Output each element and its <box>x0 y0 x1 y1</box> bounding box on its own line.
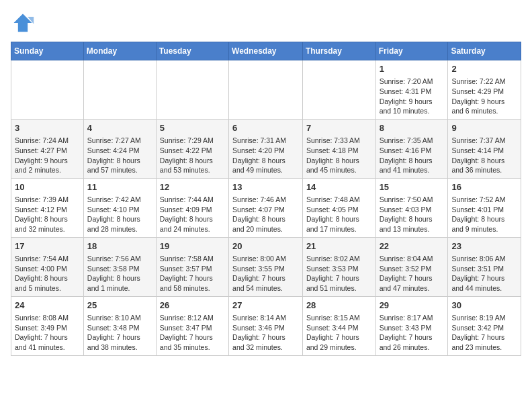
calendar-cell: 19Sunrise: 7:58 AMSunset: 3:57 PMDayligh… <box>156 237 228 296</box>
day-number: 27 <box>232 300 299 312</box>
cell-content-line: Daylight: 7 hours and 32 minutes. <box>232 332 299 352</box>
cell-content-line: Sunset: 3:53 PM <box>306 264 372 274</box>
cell-content-line: Sunset: 4:22 PM <box>160 146 225 156</box>
calendar-week-row: 17Sunrise: 7:54 AMSunset: 4:00 PMDayligh… <box>11 237 521 296</box>
cell-content-line: Sunrise: 7:46 AM <box>232 195 299 205</box>
cell-content-line: Sunrise: 7:27 AM <box>87 136 152 146</box>
cell-content-line: Sunset: 4:12 PM <box>15 205 80 215</box>
day-number: 24 <box>15 300 80 312</box>
day-number: 14 <box>306 181 372 193</box>
cell-content-line: Daylight: 8 hours and 41 minutes. <box>380 156 445 175</box>
day-header-thursday: Thursday <box>302 42 375 60</box>
cell-content-line: Sunrise: 7:35 AM <box>380 136 445 146</box>
calendar-cell: 4Sunrise: 7:27 AMSunset: 4:24 PMDaylight… <box>83 119 156 178</box>
calendar-week-row: 24Sunrise: 8:08 AMSunset: 3:49 PMDayligh… <box>11 296 521 355</box>
day-header-wednesday: Wednesday <box>229 42 303 60</box>
cell-content-line: Daylight: 7 hours and 58 minutes. <box>160 273 225 293</box>
cell-content-line: Daylight: 7 hours and 44 minutes. <box>451 273 517 293</box>
cell-content-line: Sunset: 4:31 PM <box>380 87 445 97</box>
calendar-cell: 18Sunrise: 7:56 AMSunset: 3:58 PMDayligh… <box>83 237 156 296</box>
cell-content-line: Sunrise: 8:19 AM <box>451 313 517 323</box>
cell-content-line: Sunrise: 7:42 AM <box>87 195 152 205</box>
day-number: 3 <box>15 122 80 134</box>
cell-content-line: Sunset: 4:29 PM <box>451 87 517 97</box>
cell-content-line: Daylight: 7 hours and 38 minutes. <box>87 332 152 352</box>
calendar-cell: 14Sunrise: 7:48 AMSunset: 4:05 PMDayligh… <box>302 178 375 237</box>
calendar-cell: 8Sunrise: 7:35 AMSunset: 4:16 PMDaylight… <box>375 119 448 178</box>
cell-content-line: Sunset: 4:24 PM <box>87 146 152 156</box>
cell-content-line: Daylight: 8 hours and 49 minutes. <box>232 156 299 175</box>
cell-content-line: Daylight: 8 hours and 9 minutes. <box>451 214 517 234</box>
cell-content-line: Sunset: 3:57 PM <box>160 264 225 274</box>
calendar-header-row: SundayMondayTuesdayWednesdayThursdayFrid… <box>11 42 521 60</box>
cell-content-line: Sunset: 3:47 PM <box>160 323 225 333</box>
cell-content-line: Daylight: 9 hours and 10 minutes. <box>380 97 445 116</box>
cell-content-line: Sunrise: 8:00 AM <box>232 254 299 264</box>
cell-content-line: Sunset: 4:07 PM <box>232 205 299 215</box>
calendar-cell: 9Sunrise: 7:37 AMSunset: 4:14 PMDaylight… <box>448 119 521 178</box>
cell-content-line: Sunrise: 8:02 AM <box>306 254 372 264</box>
day-number: 21 <box>306 240 372 253</box>
cell-content-line: Sunset: 4:14 PM <box>451 146 517 156</box>
calendar-week-row: 10Sunrise: 7:39 AMSunset: 4:12 PMDayligh… <box>11 178 521 237</box>
day-number: 30 <box>451 300 517 312</box>
day-header-tuesday: Tuesday <box>156 42 228 60</box>
cell-content-line: Sunset: 3:51 PM <box>451 264 517 274</box>
cell-content-line: Sunrise: 8:15 AM <box>306 313 372 323</box>
day-number: 28 <box>306 300 372 312</box>
calendar-cell: 27Sunrise: 8:14 AMSunset: 3:46 PMDayligh… <box>229 296 303 355</box>
day-number: 15 <box>380 181 445 193</box>
day-number: 12 <box>160 181 225 193</box>
cell-content-line: Sunset: 3:49 PM <box>15 323 80 333</box>
day-number: 29 <box>380 300 445 312</box>
calendar-cell: 26Sunrise: 8:12 AMSunset: 3:47 PMDayligh… <box>156 296 228 355</box>
cell-content-line: Daylight: 8 hours and 57 minutes. <box>87 156 152 175</box>
cell-content-line: Sunrise: 7:58 AM <box>160 254 225 264</box>
cell-content-line: Sunrise: 7:24 AM <box>15 136 80 146</box>
cell-content-line: Sunrise: 8:06 AM <box>451 254 517 264</box>
day-number: 20 <box>232 240 299 253</box>
calendar-table: SundayMondayTuesdayWednesdayThursdayFrid… <box>11 42 521 356</box>
cell-content-line: Sunset: 3:46 PM <box>232 323 299 333</box>
day-number: 19 <box>160 240 225 253</box>
cell-content-line: Daylight: 8 hours and 28 minutes. <box>87 214 152 234</box>
cell-content-line: Sunset: 4:09 PM <box>160 205 225 215</box>
cell-content-line: Daylight: 8 hours and 24 minutes. <box>160 214 225 234</box>
cell-content-line: Daylight: 7 hours and 51 minutes. <box>306 273 372 293</box>
day-number: 9 <box>451 122 517 134</box>
cell-content-line: Daylight: 9 hours and 2 minutes. <box>15 156 80 175</box>
cell-content-line: Sunset: 4:18 PM <box>306 146 372 156</box>
calendar-cell: 11Sunrise: 7:42 AMSunset: 4:10 PMDayligh… <box>83 178 156 237</box>
calendar-cell <box>302 60 375 120</box>
cell-content-line: Sunset: 3:58 PM <box>87 264 152 274</box>
cell-content-line: Sunrise: 8:14 AM <box>232 313 299 323</box>
calendar-cell <box>156 60 228 120</box>
day-number: 2 <box>451 63 517 75</box>
cell-content-line: Sunset: 3:52 PM <box>380 264 445 274</box>
cell-content-line: Sunset: 3:44 PM <box>306 323 372 333</box>
cell-content-line: Sunset: 4:27 PM <box>15 146 80 156</box>
calendar-cell: 3Sunrise: 7:24 AMSunset: 4:27 PMDaylight… <box>11 119 84 178</box>
cell-content-line: Sunset: 3:42 PM <box>451 323 517 333</box>
day-number: 8 <box>380 122 445 134</box>
calendar-cell: 17Sunrise: 7:54 AMSunset: 4:00 PMDayligh… <box>11 237 84 296</box>
calendar-cell: 20Sunrise: 8:00 AMSunset: 3:55 PMDayligh… <box>229 237 303 296</box>
day-number: 16 <box>451 181 517 193</box>
calendar-cell <box>83 60 156 120</box>
cell-content-line: Sunrise: 7:37 AM <box>451 136 517 146</box>
cell-content-line: Daylight: 8 hours and 36 minutes. <box>451 156 517 175</box>
logo-icon <box>11 11 35 35</box>
cell-content-line: Sunrise: 7:44 AM <box>160 195 225 205</box>
calendar-week-row: 3Sunrise: 7:24 AMSunset: 4:27 PMDaylight… <box>11 119 521 178</box>
cell-content-line: Sunrise: 7:54 AM <box>15 254 80 264</box>
cell-content-line: Sunrise: 8:17 AM <box>380 313 445 323</box>
cell-content-line: Daylight: 9 hours and 6 minutes. <box>451 97 517 116</box>
calendar-cell: 29Sunrise: 8:17 AMSunset: 3:43 PMDayligh… <box>375 296 448 355</box>
cell-content-line: Sunrise: 7:52 AM <box>451 195 517 205</box>
cell-content-line: Daylight: 7 hours and 35 minutes. <box>160 332 225 352</box>
cell-content-line: Sunrise: 7:39 AM <box>15 195 80 205</box>
cell-content-line: Sunset: 4:10 PM <box>87 205 152 215</box>
day-number: 26 <box>160 300 225 312</box>
day-number: 22 <box>380 240 445 253</box>
day-number: 13 <box>232 181 299 193</box>
